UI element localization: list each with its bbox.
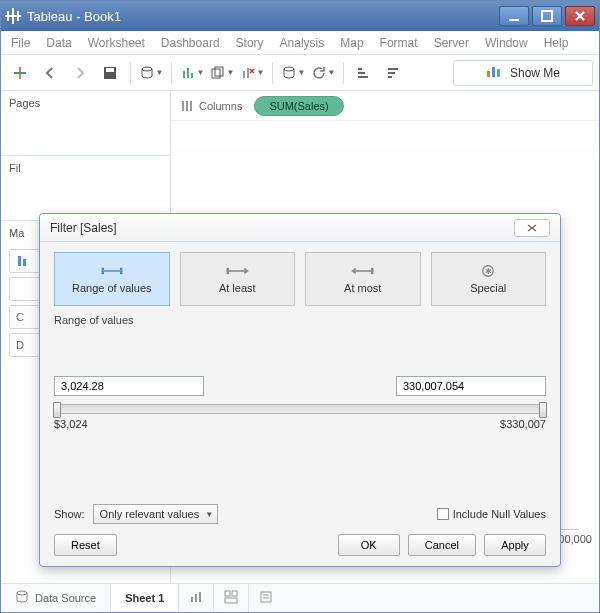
slider-handle-max[interactable] bbox=[539, 402, 547, 418]
tab-sheet1[interactable]: Sheet 1 bbox=[111, 584, 179, 612]
filter-dialog: Filter [Sales] Range of values At least bbox=[39, 213, 561, 567]
reset-button[interactable]: Reset bbox=[54, 534, 117, 556]
filter-type-atleast[interactable]: At least bbox=[180, 252, 296, 306]
svg-rect-19 bbox=[358, 68, 362, 70]
svg-rect-32 bbox=[190, 101, 192, 111]
menu-format[interactable]: Format bbox=[380, 36, 418, 50]
new-dashboard-button[interactable] bbox=[214, 584, 249, 612]
back-button[interactable] bbox=[37, 60, 63, 86]
svg-rect-7 bbox=[14, 72, 26, 74]
svg-rect-37 bbox=[227, 268, 229, 274]
slider-min-label: $3,024 bbox=[54, 418, 88, 430]
tableau-logo-icon[interactable] bbox=[7, 60, 33, 86]
duplicate-button[interactable]: ▼ bbox=[209, 60, 235, 86]
svg-rect-47 bbox=[232, 591, 237, 596]
minimize-button[interactable] bbox=[499, 6, 529, 26]
maximize-button[interactable] bbox=[532, 6, 562, 26]
clear-button[interactable]: ▼ bbox=[239, 60, 265, 86]
toolbar-separator bbox=[272, 62, 273, 84]
dialog-close-button[interactable] bbox=[514, 219, 550, 237]
menu-help[interactable]: Help bbox=[544, 36, 569, 50]
svg-rect-11 bbox=[183, 71, 185, 78]
close-button[interactable] bbox=[565, 6, 595, 26]
svg-rect-9 bbox=[106, 68, 114, 72]
dialog-title: Filter [Sales] bbox=[50, 221, 117, 235]
atmost-icon bbox=[351, 264, 375, 278]
menu-window[interactable]: Window bbox=[485, 36, 528, 50]
svg-point-18 bbox=[284, 67, 294, 71]
include-null-checkbox[interactable]: Include Null Values bbox=[437, 508, 546, 520]
svg-rect-24 bbox=[388, 76, 392, 78]
range-max-input[interactable] bbox=[396, 376, 546, 396]
svg-rect-34 bbox=[101, 268, 103, 274]
ok-button[interactable]: OK bbox=[338, 534, 400, 556]
new-story-icon bbox=[259, 590, 273, 606]
show-select[interactable]: Only relevant values bbox=[93, 504, 219, 524]
svg-rect-23 bbox=[388, 72, 395, 74]
svg-rect-14 bbox=[212, 69, 220, 78]
data-source-button[interactable]: ▼ bbox=[138, 60, 164, 86]
sort-asc-button[interactable] bbox=[351, 60, 377, 86]
columns-shelf-label: Columns bbox=[181, 100, 242, 112]
svg-rect-22 bbox=[388, 68, 398, 70]
menu-data[interactable]: Data bbox=[46, 36, 71, 50]
svg-rect-12 bbox=[187, 68, 189, 78]
columns-pill-sum-sales[interactable]: SUM(Sales) bbox=[254, 96, 343, 116]
menu-server[interactable]: Server bbox=[434, 36, 469, 50]
svg-rect-39 bbox=[371, 268, 373, 274]
menu-story[interactable]: Story bbox=[236, 36, 264, 50]
new-story-button[interactable] bbox=[249, 584, 283, 612]
svg-rect-21 bbox=[358, 76, 368, 78]
forward-button[interactable] bbox=[67, 60, 93, 86]
filter-type-atmost[interactable]: At most bbox=[305, 252, 421, 306]
menu-dashboard[interactable]: Dashboard bbox=[161, 36, 220, 50]
svg-rect-30 bbox=[182, 101, 184, 111]
svg-rect-15 bbox=[215, 67, 223, 76]
svg-rect-4 bbox=[509, 19, 519, 21]
slider-handle-min[interactable] bbox=[53, 402, 61, 418]
menu-worksheet[interactable]: Worksheet bbox=[88, 36, 145, 50]
new-worksheet-button[interactable] bbox=[179, 584, 214, 612]
menu-file[interactable]: File bbox=[11, 36, 30, 50]
range-slider[interactable] bbox=[54, 404, 546, 414]
svg-rect-20 bbox=[358, 72, 365, 74]
svg-text:✱: ✱ bbox=[485, 267, 492, 276]
tab-data-source[interactable]: Data Source bbox=[1, 584, 111, 612]
show-me-button[interactable]: Show Me bbox=[453, 60, 593, 86]
svg-rect-27 bbox=[497, 69, 500, 77]
menu-analysis[interactable]: Analysis bbox=[280, 36, 325, 50]
pages-panel[interactable] bbox=[1, 115, 170, 155]
apply-button[interactable]: Apply bbox=[484, 534, 546, 556]
svg-point-42 bbox=[17, 591, 27, 595]
range-inputs bbox=[54, 376, 546, 396]
menu-map[interactable]: Map bbox=[340, 36, 363, 50]
toolbar-separator bbox=[343, 62, 344, 84]
svg-rect-31 bbox=[186, 101, 188, 111]
new-sheet-button[interactable]: ▼ bbox=[179, 60, 205, 86]
svg-rect-2 bbox=[7, 11, 9, 21]
show-me-icon bbox=[486, 64, 502, 81]
svg-rect-49 bbox=[261, 592, 271, 602]
toolbar-separator bbox=[171, 62, 172, 84]
columns-shelf[interactable]: Columns SUM(Sales) bbox=[171, 91, 599, 121]
svg-rect-29 bbox=[23, 259, 26, 266]
svg-rect-17 bbox=[247, 68, 249, 78]
main-content: Pages Fil Ma C D Columns SUM(Sales) bbox=[1, 91, 599, 584]
svg-rect-26 bbox=[492, 67, 495, 77]
sort-desc-button[interactable] bbox=[381, 60, 407, 86]
cancel-button[interactable]: Cancel bbox=[408, 534, 476, 556]
save-button[interactable] bbox=[97, 60, 123, 86]
titlebar[interactable]: Tableau - Book1 bbox=[1, 1, 599, 31]
svg-rect-48 bbox=[225, 598, 237, 603]
swap-button[interactable]: ▼ bbox=[280, 60, 306, 86]
dialog-button-row: Reset OK Cancel Apply bbox=[54, 534, 546, 556]
svg-rect-43 bbox=[191, 597, 193, 602]
filter-type-special[interactable]: ✱ Special bbox=[431, 252, 547, 306]
dialog-titlebar[interactable]: Filter [Sales] bbox=[40, 214, 560, 242]
data-source-icon bbox=[15, 590, 29, 606]
checkbox-icon bbox=[437, 508, 449, 520]
filter-type-range[interactable]: Range of values bbox=[54, 252, 170, 306]
svg-rect-45 bbox=[199, 592, 201, 602]
refresh-button[interactable]: ▼ bbox=[310, 60, 336, 86]
range-min-input[interactable] bbox=[54, 376, 204, 396]
